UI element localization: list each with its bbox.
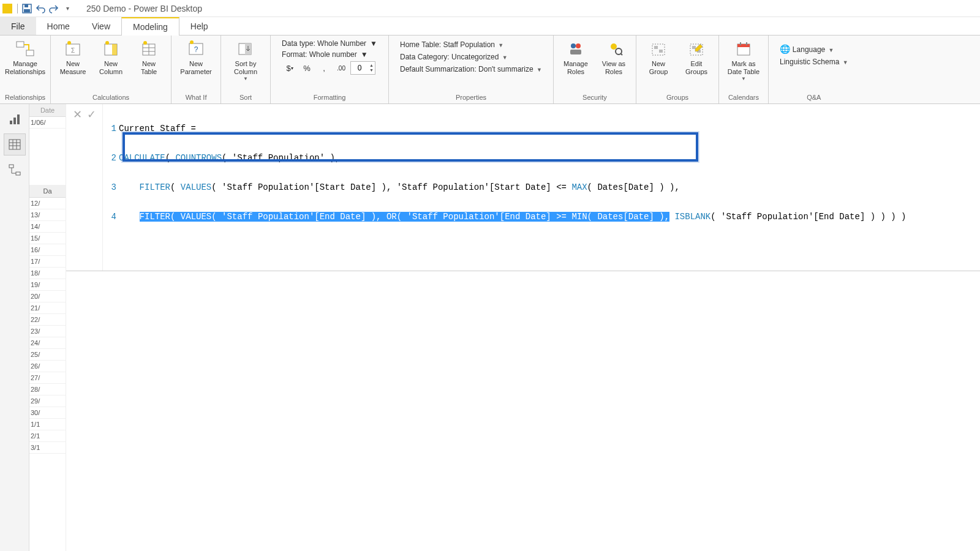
cancel-formula-icon[interactable]: ✕ [73, 108, 82, 121]
home-table-dropdown[interactable]: Home Table: Staff Population ▼ [400, 40, 542, 49]
measure-icon: Σ [63, 39, 83, 59]
new-measure-button[interactable]: Σ New Measure [56, 38, 90, 77]
svg-rect-37 [10, 121, 12, 124]
grid-cell: 18/ [29, 268, 66, 279]
grid-cell: 12/ [29, 198, 66, 209]
edit-groups-icon [687, 39, 706, 59]
grid-cell: 22/ [29, 314, 66, 326]
svg-rect-23 [570, 50, 581, 54]
tab-file[interactable]: File [0, 17, 36, 35]
grid-cell: 1/1 [29, 419, 66, 430]
grid-cell: 19/ [29, 279, 66, 291]
tab-view[interactable]: View [81, 17, 121, 35]
linguistic-schema-dropdown[interactable]: Linguistic Schema ▼ [780, 58, 848, 66]
dax-editor[interactable]: 1Current Staff = 2CALCULATE( COUNTROWS( … [103, 104, 980, 271]
svg-rect-40 [9, 140, 20, 149]
svg-point-24 [611, 43, 617, 50]
grid-cell: 26/ [29, 361, 66, 372]
data-category-dropdown[interactable]: Data Category: Uncategorized ▼ [400, 53, 542, 61]
grid-cell: 20/ [29, 291, 66, 302]
grid-cell: 13/ [29, 209, 66, 221]
svg-text:Σ: Σ [71, 47, 75, 54]
sort-icon [236, 39, 255, 59]
save-icon[interactable] [20, 2, 34, 15]
new-table-button[interactable]: New Table [132, 38, 166, 77]
tab-home[interactable]: Home [36, 17, 81, 35]
group-relationships: Manage Relationships Relationships [0, 36, 51, 103]
grid-cell: 28/ [29, 384, 66, 395]
svg-rect-9 [112, 44, 117, 55]
svg-rect-45 [9, 165, 13, 168]
new-parameter-button[interactable]: ? New Parameter [176, 38, 216, 77]
svg-line-26 [620, 53, 622, 55]
svg-rect-4 [26, 50, 34, 56]
window-title: 250 Demo - Power BI Desktop [86, 4, 202, 13]
sort-by-column-button[interactable]: Sort by Column ▼ [226, 38, 265, 83]
grid-cell: 16/ [29, 244, 66, 256]
group-calendars: Mark as Date Table ▼ Calendars [719, 36, 769, 103]
group-qa: 🌐 Language ▼ Linguistic Schema ▼ Q&A [769, 36, 859, 103]
decimals-spinner[interactable]: ▲▼ [350, 61, 375, 75]
data-type-dropdown[interactable]: Data type: Whole Number ▼ [282, 39, 377, 48]
grid-cell: 3/1 [29, 442, 66, 454]
svg-rect-31 [692, 46, 696, 49]
calendar-icon [734, 39, 753, 59]
svg-rect-28 [654, 46, 658, 49]
divider [17, 4, 18, 13]
language-dropdown[interactable]: 🌐 Language ▼ [780, 44, 848, 54]
svg-point-15 [143, 41, 147, 45]
format-dropdown[interactable]: Format: Whole number ▼ [282, 50, 377, 59]
view-as-icon [604, 39, 624, 59]
svg-rect-1 [24, 4, 28, 7]
percent-button[interactable]: % [299, 61, 315, 75]
grid-cell: 2/1 [29, 430, 66, 442]
view-as-roles-button[interactable]: View as Roles [597, 38, 631, 77]
svg-point-22 [576, 43, 581, 48]
manage-relationships-button[interactable]: Manage Relationships [6, 38, 45, 77]
grid-cell: 15/ [29, 233, 66, 244]
editor-wrap: ✕ ✓ 1Current Staff = 2CALCULATE( COUNTRO… [66, 104, 980, 551]
mark-as-date-table-button[interactable]: Mark as Date Table ▼ [724, 38, 763, 83]
new-group-icon [649, 39, 668, 59]
currency-button[interactable]: $▾ [282, 61, 298, 75]
tab-help[interactable]: Help [179, 17, 219, 35]
tab-modeling[interactable]: Modeling [121, 17, 179, 36]
group-security: Manage Roles View as Roles Security [554, 36, 636, 103]
data-grid-peek: Date 1/06/ Da 12/13/14/15/16/17/18/19/20… [29, 104, 66, 551]
grid-cell: 30/ [29, 407, 66, 419]
svg-rect-34 [737, 44, 750, 47]
undo-icon[interactable] [34, 2, 47, 15]
svg-rect-39 [17, 114, 20, 124]
new-group-button[interactable]: New Group [641, 38, 676, 77]
svg-point-21 [571, 43, 576, 48]
relationships-icon [15, 39, 35, 59]
comma-button[interactable]: , [316, 61, 332, 75]
svg-text:?: ? [194, 45, 198, 54]
decimals-input[interactable] [351, 64, 368, 72]
formula-bar: ✕ ✓ 1Current Staff = 2CALCULATE( COUNTRO… [66, 104, 980, 271]
grid-cell: 14/ [29, 221, 66, 233]
grid-cell: 25/ [29, 349, 66, 361]
model-view-button[interactable] [4, 159, 26, 181]
new-column-button[interactable]: New Column [94, 38, 128, 77]
svg-point-18 [190, 40, 194, 44]
svg-point-10 [105, 41, 109, 45]
grid-cell: 21/ [29, 302, 66, 314]
decimals-icon: .00 [333, 61, 349, 75]
qat-more-icon[interactable]: ▾ [61, 2, 74, 15]
main-area: Date 1/06/ Da 12/13/14/15/16/17/18/19/20… [0, 104, 980, 551]
summarization-dropdown[interactable]: Default Summarization: Don't summarize ▼ [400, 65, 542, 73]
grid-cell: 23/ [29, 326, 66, 337]
edit-groups-button[interactable]: Edit Groups [679, 38, 714, 77]
app-icon [2, 4, 12, 13]
grid-cell: 27/ [29, 372, 66, 384]
report-view-button[interactable] [4, 108, 26, 130]
commit-formula-icon[interactable]: ✓ [87, 108, 96, 121]
svg-rect-2 [24, 9, 30, 12]
manage-roles-button[interactable]: Manage Roles [559, 38, 593, 77]
ribbon: Manage Relationships Relationships Σ New… [0, 36, 980, 104]
data-view-button[interactable] [4, 133, 26, 156]
redo-icon[interactable] [47, 2, 61, 15]
column-icon [101, 39, 121, 59]
group-whatif: ? New Parameter What If [172, 36, 221, 103]
